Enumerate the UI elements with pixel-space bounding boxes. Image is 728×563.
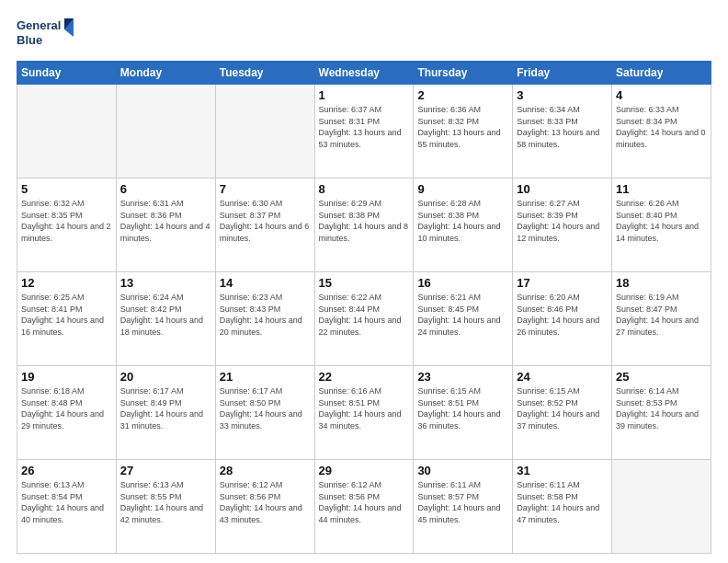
day-number: 26 (21, 464, 112, 477)
day-number: 21 (220, 370, 311, 384)
calendar-body: 1Sunrise: 6:37 AM Sunset: 8:31 PM Daylig… (17, 85, 711, 554)
day-number: 13 (120, 276, 211, 290)
calendar-cell: 2Sunrise: 6:36 AM Sunset: 8:32 PM Daylig… (414, 85, 513, 178)
calendar-cell: 15Sunrise: 6:22 AM Sunset: 8:44 PM Dayli… (314, 272, 414, 366)
calendar-cell: 21Sunrise: 6:17 AM Sunset: 8:50 PM Dayli… (215, 366, 314, 460)
day-info: Sunrise: 6:13 AM Sunset: 8:54 PM Dayligh… (21, 479, 112, 525)
logo-svg: General Blue (17, 17, 81, 52)
day-info: Sunrise: 6:27 AM Sunset: 8:39 PM Dayligh… (517, 198, 608, 244)
calendar-week: 26Sunrise: 6:13 AM Sunset: 8:54 PM Dayli… (17, 460, 711, 554)
logo: General Blue (17, 17, 81, 52)
day-number: 16 (417, 276, 508, 290)
calendar-cell: 14Sunrise: 6:23 AM Sunset: 8:43 PM Dayli… (215, 272, 314, 366)
calendar-week: 1Sunrise: 6:37 AM Sunset: 8:31 PM Daylig… (17, 85, 711, 178)
page: General Blue SundayMondayTuesdayWednesda… (0, 0, 728, 563)
day-number: 12 (21, 276, 112, 290)
day-info: Sunrise: 6:25 AM Sunset: 8:41 PM Dayligh… (21, 292, 112, 338)
day-info: Sunrise: 6:33 AM Sunset: 8:34 PM Dayligh… (616, 104, 707, 150)
day-number: 23 (417, 370, 508, 384)
calendar-cell: 28Sunrise: 6:12 AM Sunset: 8:56 PM Dayli… (215, 460, 314, 554)
day-info: Sunrise: 6:31 AM Sunset: 8:36 PM Dayligh… (120, 198, 211, 244)
day-info: Sunrise: 6:18 AM Sunset: 8:48 PM Dayligh… (21, 385, 112, 431)
day-number: 5 (21, 182, 112, 196)
calendar-cell: 13Sunrise: 6:24 AM Sunset: 8:42 PM Dayli… (116, 272, 215, 366)
day-number: 27 (120, 464, 211, 477)
calendar-cell: 23Sunrise: 6:15 AM Sunset: 8:51 PM Dayli… (414, 366, 513, 460)
day-info: Sunrise: 6:17 AM Sunset: 8:49 PM Dayligh… (120, 385, 211, 431)
day-number: 7 (220, 182, 311, 196)
svg-text:General: General (17, 18, 61, 32)
calendar-cell: 3Sunrise: 6:34 AM Sunset: 8:33 PM Daylig… (513, 85, 612, 178)
day-number: 28 (220, 464, 311, 477)
day-number: 4 (616, 88, 707, 102)
day-number: 10 (517, 182, 608, 196)
calendar-cell: 16Sunrise: 6:21 AM Sunset: 8:45 PM Dayli… (414, 272, 513, 366)
calendar-cell: 9Sunrise: 6:28 AM Sunset: 8:38 PM Daylig… (414, 178, 513, 272)
day-number: 22 (319, 370, 410, 384)
weekday-header: Thursday (414, 62, 513, 85)
day-number: 1 (319, 88, 410, 102)
day-number: 11 (616, 182, 707, 196)
weekday-header: Wednesday (314, 62, 414, 85)
day-info: Sunrise: 6:12 AM Sunset: 8:56 PM Dayligh… (319, 479, 410, 525)
day-number: 17 (517, 276, 608, 290)
calendar-cell: 5Sunrise: 6:32 AM Sunset: 8:35 PM Daylig… (17, 178, 117, 272)
calendar-cell: 31Sunrise: 6:11 AM Sunset: 8:58 PM Dayli… (513, 460, 612, 554)
day-info: Sunrise: 6:23 AM Sunset: 8:43 PM Dayligh… (220, 292, 311, 338)
calendar-cell: 26Sunrise: 6:13 AM Sunset: 8:54 PM Dayli… (17, 460, 117, 554)
day-info: Sunrise: 6:20 AM Sunset: 8:46 PM Dayligh… (517, 292, 608, 338)
day-info: Sunrise: 6:26 AM Sunset: 8:40 PM Dayligh… (616, 198, 707, 244)
calendar-cell: 6Sunrise: 6:31 AM Sunset: 8:36 PM Daylig… (116, 178, 215, 272)
day-info: Sunrise: 6:36 AM Sunset: 8:32 PM Dayligh… (417, 104, 508, 150)
day-number: 6 (120, 182, 211, 196)
calendar-cell: 8Sunrise: 6:29 AM Sunset: 8:38 PM Daylig… (314, 178, 414, 272)
weekday-header: Saturday (612, 62, 711, 85)
day-number: 29 (319, 464, 410, 477)
calendar-week: 12Sunrise: 6:25 AM Sunset: 8:41 PM Dayli… (17, 272, 711, 366)
calendar-cell: 27Sunrise: 6:13 AM Sunset: 8:55 PM Dayli… (116, 460, 215, 554)
calendar-cell: 12Sunrise: 6:25 AM Sunset: 8:41 PM Dayli… (17, 272, 117, 366)
day-info: Sunrise: 6:16 AM Sunset: 8:51 PM Dayligh… (319, 385, 410, 431)
day-info: Sunrise: 6:12 AM Sunset: 8:56 PM Dayligh… (220, 479, 311, 525)
day-info: Sunrise: 6:22 AM Sunset: 8:44 PM Dayligh… (319, 292, 410, 338)
calendar-cell (215, 85, 314, 178)
calendar-cell (612, 460, 711, 554)
day-info: Sunrise: 6:19 AM Sunset: 8:47 PM Dayligh… (616, 292, 707, 338)
day-number: 2 (417, 88, 508, 102)
day-info: Sunrise: 6:34 AM Sunset: 8:33 PM Dayligh… (517, 104, 608, 150)
day-number: 15 (319, 276, 410, 290)
day-number: 19 (21, 370, 112, 384)
day-info: Sunrise: 6:13 AM Sunset: 8:55 PM Dayligh… (120, 479, 211, 525)
weekday-row: SundayMondayTuesdayWednesdayThursdayFrid… (17, 62, 711, 85)
calendar-week: 5Sunrise: 6:32 AM Sunset: 8:35 PM Daylig… (17, 178, 711, 272)
day-number: 30 (417, 464, 508, 477)
day-info: Sunrise: 6:32 AM Sunset: 8:35 PM Dayligh… (21, 198, 112, 244)
weekday-header: Sunday (17, 62, 117, 85)
calendar-cell: 19Sunrise: 6:18 AM Sunset: 8:48 PM Dayli… (17, 366, 117, 460)
calendar-cell (17, 85, 117, 178)
calendar-cell: 20Sunrise: 6:17 AM Sunset: 8:49 PM Dayli… (116, 366, 215, 460)
calendar-header: SundayMondayTuesdayWednesdayThursdayFrid… (17, 62, 711, 85)
day-info: Sunrise: 6:28 AM Sunset: 8:38 PM Dayligh… (417, 198, 508, 244)
day-info: Sunrise: 6:37 AM Sunset: 8:31 PM Dayligh… (319, 104, 410, 150)
calendar-cell: 18Sunrise: 6:19 AM Sunset: 8:47 PM Dayli… (612, 272, 711, 366)
calendar-cell: 11Sunrise: 6:26 AM Sunset: 8:40 PM Dayli… (612, 178, 711, 272)
day-number: 9 (417, 182, 508, 196)
calendar-cell: 7Sunrise: 6:30 AM Sunset: 8:37 PM Daylig… (215, 178, 314, 272)
calendar-week: 19Sunrise: 6:18 AM Sunset: 8:48 PM Dayli… (17, 366, 711, 460)
calendar-cell: 25Sunrise: 6:14 AM Sunset: 8:53 PM Dayli… (612, 366, 711, 460)
calendar-cell: 29Sunrise: 6:12 AM Sunset: 8:56 PM Dayli… (314, 460, 414, 554)
day-info: Sunrise: 6:29 AM Sunset: 8:38 PM Dayligh… (319, 198, 410, 244)
day-info: Sunrise: 6:15 AM Sunset: 8:52 PM Dayligh… (517, 385, 608, 431)
day-info: Sunrise: 6:11 AM Sunset: 8:57 PM Dayligh… (417, 479, 508, 525)
calendar-cell: 1Sunrise: 6:37 AM Sunset: 8:31 PM Daylig… (314, 85, 414, 178)
calendar-cell (116, 85, 215, 178)
calendar: SundayMondayTuesdayWednesdayThursdayFrid… (17, 61, 711, 554)
day-number: 18 (616, 276, 707, 290)
day-number: 20 (120, 370, 211, 384)
day-number: 31 (517, 464, 608, 477)
weekday-header: Tuesday (215, 62, 314, 85)
day-info: Sunrise: 6:30 AM Sunset: 8:37 PM Dayligh… (220, 198, 311, 244)
calendar-cell: 4Sunrise: 6:33 AM Sunset: 8:34 PM Daylig… (612, 85, 711, 178)
day-number: 3 (517, 88, 608, 102)
